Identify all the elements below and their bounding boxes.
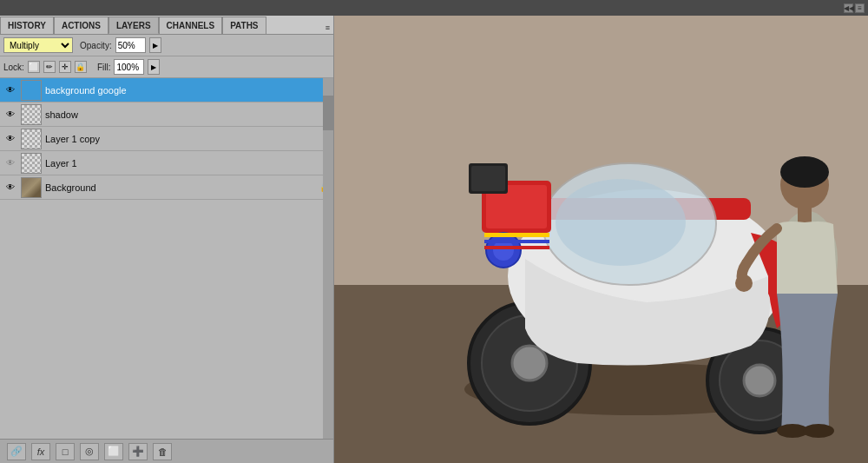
panel-options-btn[interactable]: ≡	[324, 22, 332, 34]
layer-name-shadow: shadow	[45, 109, 330, 120]
panel-tabs: HISTORY ACTIONS LAYERS CHANNELS PATHS ≡	[0, 16, 333, 35]
layer-visibility-background-google[interactable]: 👁	[3, 83, 17, 97]
layers-scrollbar[interactable]	[323, 78, 333, 439]
opacity-input[interactable]	[115, 37, 146, 53]
layer-visibility-shadow[interactable]: 👁	[3, 108, 17, 122]
svg-point-25	[735, 274, 753, 292]
svg-point-9	[744, 365, 775, 396]
layer-item-background-google[interactable]: 👁 background google	[0, 78, 333, 103]
lock-all-btn[interactable]: 🔒	[75, 61, 87, 73]
scrollbar-thumb[interactable]	[323, 96, 333, 130]
canvas-area	[334, 16, 868, 463]
layer-thumbnail-background	[21, 177, 42, 198]
layer-visibility-layer1[interactable]: 👁	[3, 156, 17, 170]
layer-thumbnail-layer1copy	[21, 129, 42, 149]
svg-rect-24	[798, 205, 812, 222]
add-mask-btn[interactable]: □	[56, 443, 75, 460]
tab-history[interactable]: HISTORY	[0, 17, 54, 34]
fill-label: Fill:	[97, 63, 111, 72]
layer-item-shadow[interactable]: 👁 shadow	[0, 103, 333, 127]
fill-input[interactable]	[114, 59, 144, 75]
adjustment-layer-btn[interactable]: ◎	[80, 443, 99, 460]
layer-item-layer1[interactable]: 👁 Layer 1	[0, 151, 333, 175]
lock-transparent-btn[interactable]: ⬜	[28, 61, 40, 73]
layer-thumbnail-shadow	[21, 104, 42, 125]
layer-thumbnail-background-google	[21, 80, 42, 101]
layers-blend-row: Multiply Normal Screen Overlay Opacity: …	[0, 35, 333, 56]
tab-channels[interactable]: CHANNELS	[159, 17, 223, 34]
layers-bottom-toolbar: 🔗 fx □ ◎ ⬜ ➕ 🗑	[0, 439, 333, 463]
layer-visibility-background[interactable]: 👁	[3, 181, 17, 195]
title-bar: ◀◀ ≡	[0, 0, 868, 16]
photo-canvas	[334, 16, 868, 463]
layer-styles-btn[interactable]: fx	[31, 443, 50, 460]
svg-rect-20	[484, 246, 549, 249]
new-layer-btn[interactable]: ➕	[128, 443, 148, 460]
opacity-label: Opacity:	[80, 41, 112, 50]
svg-point-27	[803, 424, 834, 438]
layer-name-background: Background	[45, 182, 316, 193]
layer-name-layer1: Layer 1	[45, 158, 330, 169]
main-content: HISTORY ACTIONS LAYERS CHANNELS PATHS ≡ …	[0, 16, 868, 463]
title-bar-controls[interactable]: ◀◀ ≡	[844, 3, 865, 13]
lock-image-btn[interactable]: ✏	[43, 61, 56, 73]
layer-item-layer1copy[interactable]: 👁 Layer 1 copy	[0, 127, 333, 151]
new-group-btn[interactable]: ⬜	[104, 443, 123, 460]
canvas-svg	[334, 16, 868, 463]
link-layers-btn[interactable]: 🔗	[7, 443, 26, 460]
svg-point-23	[780, 156, 829, 188]
layers-list: 👁 background google 👁 shadow 👁 Layer 1 c…	[0, 78, 333, 439]
layer-thumbnail-layer1	[21, 153, 42, 174]
opacity-arrow-btn[interactable]: ▶	[149, 37, 161, 53]
svg-point-6	[512, 346, 547, 380]
layers-panel: HISTORY ACTIONS LAYERS CHANNELS PATHS ≡ …	[0, 16, 334, 463]
delete-layer-btn[interactable]: 🗑	[153, 443, 172, 460]
menu-btn[interactable]: ≡	[855, 3, 865, 13]
svg-rect-29	[471, 166, 505, 191]
layer-name-layer1copy: Layer 1 copy	[45, 134, 330, 144]
layer-visibility-layer1copy[interactable]: 👁	[3, 132, 17, 146]
collapse-btn[interactable]: ◀◀	[844, 3, 853, 13]
svg-rect-18	[484, 233, 549, 237]
tab-actions[interactable]: ACTIONS	[54, 17, 108, 34]
layer-item-background[interactable]: 👁 Background 🔒	[0, 175, 333, 200]
blend-mode-select[interactable]: Multiply Normal Screen Overlay	[3, 37, 73, 53]
fill-arrow-btn[interactable]: ▶	[148, 59, 160, 75]
lock-label: Lock:	[3, 63, 24, 72]
lock-position-btn[interactable]: ✛	[59, 61, 71, 73]
svg-rect-19	[484, 240, 549, 243]
svg-point-13	[556, 179, 686, 266]
tab-layers[interactable]: LAYERS	[108, 17, 159, 34]
layer-name-background-google: background google	[45, 85, 330, 96]
tab-paths[interactable]: PATHS	[222, 17, 266, 34]
layers-lock-row: Lock: ⬜ ✏ ✛ 🔒 Fill: ▶	[0, 56, 333, 78]
